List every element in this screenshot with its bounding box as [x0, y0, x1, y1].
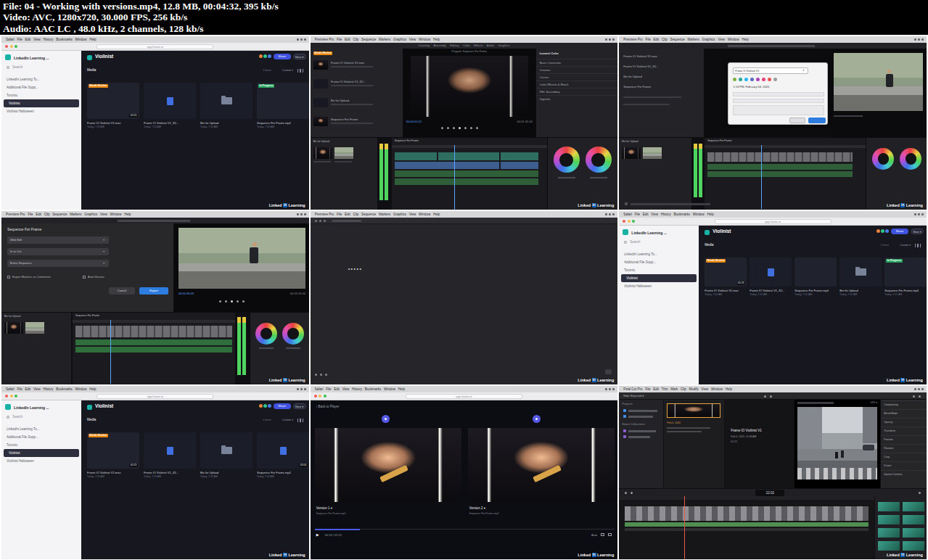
- avatar[interactable]: [259, 54, 263, 58]
- preset-dropdown[interactable]: Web Edit: [7, 236, 109, 244]
- version-1-video[interactable]: [315, 428, 461, 502]
- audio-clip[interactable]: [707, 171, 853, 177]
- macos-menubar[interactable]: Premiere Pro File Edit Clip Sequence Mar…: [619, 36, 927, 43]
- address-bar[interactable]: app.frame.io: [715, 219, 831, 224]
- macos-menubar[interactable]: Final Cut Pro File Edit Trim Mark Clip M…: [619, 386, 927, 392]
- sidebar-item-linkedin-learning[interactable]: LinkedIn Learning To...: [619, 250, 699, 258]
- sidebar-item-additional-files[interactable]: Additional File Supp...: [1, 433, 81, 441]
- checkbox[interactable]: [7, 276, 10, 279]
- play-icon[interactable]: [231, 300, 233, 302]
- macos-menubar[interactable]: Safari File Edit View History Bookmarks …: [311, 386, 618, 392]
- footer-icon[interactable]: [320, 374, 322, 376]
- color-wheel-highlights[interactable]: [900, 148, 921, 170]
- panel-badge-icon[interactable]: [605, 369, 612, 374]
- audio-clip[interactable]: [707, 164, 853, 170]
- zoom-button[interactable]: [632, 220, 635, 223]
- cancel-button[interactable]: Cancel: [109, 287, 135, 295]
- timeline-ruler[interactable]: [619, 496, 874, 500]
- macos-menubar[interactable]: Premiere Pro File Edit Clip Sequence Mar…: [311, 211, 618, 218]
- sidebar-item-linkedin-learning[interactable]: LinkedIn Learning To...: [1, 75, 81, 83]
- effect-thumbnail[interactable]: [903, 541, 924, 551]
- clip-name[interactable]: Frame IO Violinist V1.mov: [331, 61, 401, 65]
- projects-group-label[interactable]: Projects: [622, 402, 632, 405]
- effect-thumbnail[interactable]: [903, 528, 924, 538]
- color-swatch[interactable]: [750, 78, 754, 81]
- zoom-dropdown[interactable]: 54% ▾: [871, 401, 878, 404]
- marker-color-swatches[interactable]: [733, 78, 777, 81]
- color-swatch[interactable]: [733, 78, 736, 81]
- sequence-tab[interactable]: Sequence For Frame: [75, 314, 99, 317]
- clip-thumbnail[interactable]: [313, 98, 328, 107]
- toolbar-icon[interactable]: [315, 220, 317, 222]
- inspector-row[interactable]: Position: [881, 435, 927, 444]
- color-swatch[interactable]: [739, 78, 742, 81]
- search-input[interactable]: Search: [12, 65, 22, 69]
- media-tile-v1-s2[interactable]: [144, 83, 196, 119]
- clip-thumbnail[interactable]: [313, 60, 328, 70]
- media-tile-sequence[interactable]: 02:01: [257, 432, 309, 469]
- effect-thumbnail[interactable]: [878, 515, 900, 524]
- sidebar-item-violinist[interactable]: Violinist: [4, 449, 79, 457]
- clip-name[interactable]: Frame IO Violinist V1_S2...: [623, 65, 700, 68]
- effect-thumbnail[interactable]: [878, 502, 900, 511]
- grid-view-icon[interactable]: [915, 244, 921, 247]
- macos-menubar[interactable]: Premiere Pro File Edit Clip Sequence Mar…: [311, 36, 618, 43]
- grid-view-icon[interactable]: [297, 419, 303, 422]
- zoom-button[interactable]: [324, 395, 327, 398]
- checkbox-label[interactable]: Export Markers as Comments: [12, 275, 51, 279]
- chevron-down-icon[interactable]: ▾: [103, 250, 104, 253]
- lumetri-section[interactable]: Vignette: [536, 95, 618, 103]
- media-tile-v1-s2[interactable]: [750, 258, 792, 287]
- media-tile-bin-folder[interactable]: [839, 258, 882, 287]
- secondary-storyline[interactable]: [625, 528, 869, 531]
- workspace-logo-icon[interactable]: [623, 229, 628, 235]
- playhead[interactable]: [684, 496, 685, 559]
- version-2-dropdown[interactable]: Version 2 ▾: [469, 506, 485, 510]
- inspector-row[interactable]: Crop: [881, 453, 927, 461]
- minimize-button[interactable]: [628, 220, 631, 223]
- color-swatch[interactable]: [768, 78, 771, 81]
- sidebar-item-toronto[interactable]: Toronto: [619, 266, 699, 274]
- media-tab[interactable]: Media: [87, 418, 96, 421]
- dialog-field[interactable]: [733, 92, 824, 96]
- timeline-clip-filmstrip[interactable]: [707, 152, 853, 162]
- window-controls[interactable]: [5, 45, 17, 48]
- avatar[interactable]: [881, 229, 884, 233]
- zoom-button[interactable]: [15, 395, 17, 398]
- playhead[interactable]: [454, 145, 455, 210]
- timeline-clip[interactable]: [438, 152, 499, 160]
- transport-icon[interactable]: [441, 127, 443, 129]
- hide-rejected-dropdown[interactable]: Hide Rejected ▾: [623, 392, 644, 400]
- zoom-button[interactable]: [15, 45, 17, 48]
- chevron-down-icon[interactable]: ▾: [802, 68, 804, 72]
- bin-tab[interactable]: Bin for Upload: [313, 140, 329, 143]
- inspector-row[interactable]: Rotation: [881, 444, 927, 453]
- media-tile-sequence[interactable]: In Progress: [257, 83, 309, 119]
- bin-tab[interactable]: Bin for Upload: [4, 315, 20, 318]
- range-dropdown[interactable]: In to Out: [7, 248, 109, 255]
- transport-icon[interactable]: [242, 300, 245, 302]
- menubar-items[interactable]: Premiere Pro File Edit Clip Sequence Mar…: [315, 38, 440, 41]
- clip-name[interactable]: Frame IO Violinist V1.mov: [623, 54, 700, 58]
- menubar-items[interactable]: Safari File Edit View History Bookmarks …: [315, 387, 405, 391]
- menubar-items[interactable]: Safari File Edit View History Bookmarks …: [623, 213, 713, 216]
- toolbar-icon[interactable]: [770, 395, 772, 398]
- menubar-items[interactable]: Safari File Edit View History Bookmarks …: [6, 387, 96, 391]
- clip-name[interactable]: Bin for Upload: [331, 99, 401, 102]
- play-button[interactable]: ▶: [316, 532, 319, 537]
- clip-field[interactable]: Frame IO Violinist V1: [733, 67, 808, 74]
- workspace-logo-icon[interactable]: [5, 54, 11, 60]
- clip-thumbnail[interactable]: [313, 117, 328, 126]
- checkbox[interactable]: [83, 276, 86, 279]
- play-icon[interactable]: [459, 127, 461, 129]
- avatar[interactable]: [268, 54, 271, 58]
- color-swatch[interactable]: [762, 78, 765, 81]
- chevron-down-icon[interactable]: ▾: [103, 261, 104, 265]
- collection-name-line[interactable]: [628, 436, 650, 438]
- menubar-items[interactable]: Premiere Pro File Edit Clip Sequence Mar…: [315, 213, 440, 216]
- audio-clip[interactable]: [625, 522, 869, 527]
- sidebar-item-linkedin-learning[interactable]: LinkedIn Learning To...: [1, 425, 81, 433]
- avatar[interactable]: [876, 229, 880, 233]
- toolbar-icon[interactable]: [919, 395, 921, 398]
- clip-name[interactable]: Sequence For Frame: [331, 118, 401, 121]
